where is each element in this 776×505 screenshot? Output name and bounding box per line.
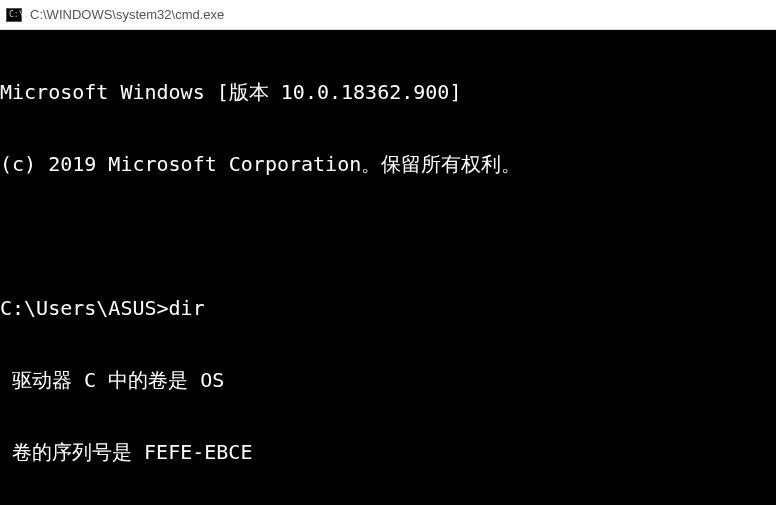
window-titlebar: C:\. C:\WINDOWS\system32\cmd.exe — [0, 0, 776, 30]
volume-line: 驱动器 C 中的卷是 OS — [0, 368, 776, 392]
serial-line: 卷的序列号是 FEFE-EBCE — [0, 440, 776, 464]
copyright-line: (c) 2019 Microsoft Corporation。保留所有权利。 — [0, 152, 776, 176]
prompt-line: C:\Users\ASUS>dir — [0, 296, 776, 320]
command-text: dir — [169, 296, 205, 320]
cmd-icon: C:\. — [6, 8, 22, 22]
prompt-text: C:\Users\ASUS> — [0, 296, 169, 320]
window-title: C:\WINDOWS\system32\cmd.exe — [30, 7, 224, 22]
version-line: Microsoft Windows [版本 10.0.18362.900] — [0, 80, 776, 104]
cmd-icon-text: C:\. — [9, 11, 28, 19]
blank-line — [0, 224, 776, 248]
terminal-output[interactable]: Microsoft Windows [版本 10.0.18362.900] (c… — [0, 30, 776, 505]
